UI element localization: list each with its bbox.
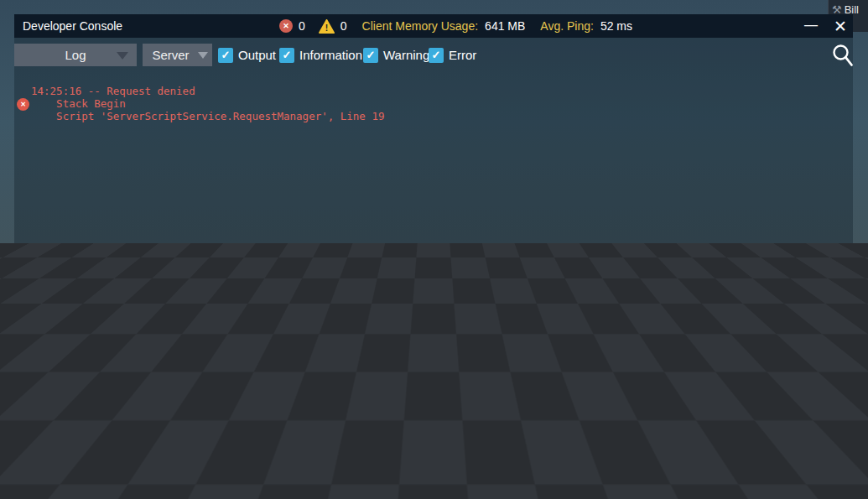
- ping-value: 52 ms: [600, 19, 632, 33]
- svg-text:!: !: [325, 23, 328, 33]
- warning-icon: !: [319, 19, 335, 34]
- information-checkbox[interactable]: ✓: [279, 48, 294, 63]
- log-line-2: Stack Begin: [31, 97, 853, 110]
- output-checkbox[interactable]: ✓: [218, 48, 233, 63]
- warning-count: 0: [340, 19, 347, 33]
- command-line-box: [21, 459, 847, 484]
- log-tab-dropdown[interactable]: Log: [14, 44, 137, 66]
- error-checkbox[interactable]: ✓: [429, 48, 444, 63]
- error-entry-icon: ✕: [17, 98, 29, 111]
- memory-label: Client Memory Usage:: [362, 19, 479, 33]
- information-label: Information: [299, 48, 362, 62]
- context-dropdown[interactable]: Server: [143, 44, 212, 66]
- search-icon[interactable]: [831, 43, 855, 70]
- log-entry[interactable]: ✕ 14:25:16 -- Request denied Stack Begin…: [14, 85, 853, 122]
- screen-bottom-strip: [0, 496, 868, 499]
- log-line-1: 14:25:16 -- Request denied: [31, 85, 853, 97]
- close-button[interactable]: ✕: [831, 14, 850, 38]
- minimize-button[interactable]: —: [803, 14, 819, 38]
- log-line-3: Script 'ServerScriptService.RequestManag…: [31, 110, 853, 122]
- error-count-icon: ✕: [279, 19, 293, 33]
- log-output-area: ✕ 14:25:16 -- Request denied Stack Begin…: [14, 85, 853, 122]
- chevron-down-icon: [117, 52, 128, 60]
- ping-label: Avg. Ping:: [540, 19, 594, 33]
- filter-output: ✓ Output: [218, 44, 276, 66]
- error-label: Error: [449, 48, 476, 62]
- warning-checkbox[interactable]: ✓: [363, 48, 378, 63]
- status-cluster: ✕ 0 ! 0 Client Memory Usage: 641 MB Avg.…: [279, 14, 632, 38]
- filter-warning: ✓ Warning: [363, 44, 429, 66]
- filter-error: ✓ Error: [429, 44, 476, 66]
- command-line-input[interactable]: [22, 465, 846, 479]
- page-title: Developer Console: [23, 14, 122, 38]
- chevron-down-icon: [198, 52, 208, 59]
- output-label: Output: [238, 48, 276, 62]
- filter-information: ✓ Information: [279, 44, 362, 66]
- corner-shadow: [853, 484, 868, 499]
- console-titlebar[interactable]: Developer Console ✕ 0 ! 0 Client Memory …: [14, 14, 853, 38]
- error-count: 0: [299, 19, 305, 33]
- memory-value: 641 MB: [485, 19, 525, 33]
- warning-label: Warning: [383, 48, 429, 62]
